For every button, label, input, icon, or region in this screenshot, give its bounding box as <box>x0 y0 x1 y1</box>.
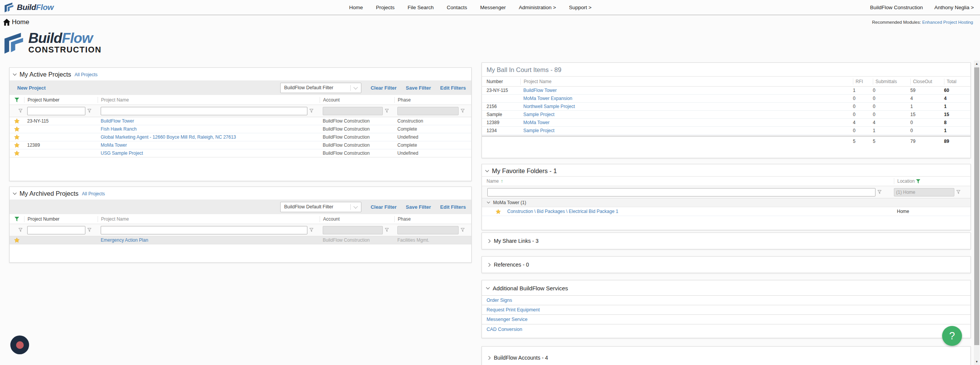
column-header-phase[interactable]: Phase <box>394 216 471 222</box>
column-header-account[interactable]: Account <box>320 97 394 103</box>
filter-funnel-icon[interactable] <box>954 190 962 194</box>
filter-funnel-green-icon[interactable] <box>916 179 920 183</box>
filter-funnel-icon[interactable] <box>16 228 24 232</box>
project-name-link[interactable]: Sample Project <box>523 112 554 117</box>
scrollbar-thumb[interactable] <box>974 67 979 345</box>
filter-funnel-icon[interactable] <box>85 109 93 113</box>
project-name-link[interactable]: USG Sample Project <box>101 151 143 156</box>
clear-filter-link[interactable]: Clear Filter <box>371 85 397 91</box>
project-name-link[interactable]: MoMa Tower Expansion <box>523 96 572 101</box>
buildflow-accounts-card[interactable]: BuildFlow Accounts - 4 <box>482 346 971 365</box>
filter-funnel-icon[interactable] <box>307 228 315 232</box>
references-card[interactable]: References - 0 <box>482 256 971 273</box>
recommended-link[interactable]: Enhanced Project Hosting <box>922 20 973 25</box>
column-header-total[interactable]: Total <box>944 79 970 85</box>
column-header-project-name[interactable]: Project Name <box>520 79 853 85</box>
edit-filters-link[interactable]: Edit Filters <box>440 204 466 210</box>
collapse-chevron-icon[interactable] <box>13 72 17 76</box>
column-header-account[interactable]: Account <box>320 216 394 222</box>
filter-funnel-icon[interactable] <box>383 109 390 113</box>
collapse-chevron-icon[interactable] <box>487 200 490 203</box>
all-projects-link[interactable]: All Projects <box>82 191 105 196</box>
breadcrumb[interactable]: Home <box>3 18 29 26</box>
column-header-phase[interactable]: Phase <box>394 97 471 103</box>
folder-path-link[interactable]: Construction \ Bid Packages \ Electrical… <box>507 209 618 214</box>
nav-item[interactable]: Support > <box>569 5 591 10</box>
favorite-star-icon[interactable] <box>14 118 20 124</box>
project-name-link[interactable]: Global Marketing Agent - 12660 Boyce Mil… <box>101 134 236 140</box>
scroll-down-arrow[interactable]: ▼ <box>974 359 980 365</box>
nav-item[interactable]: Contacts <box>447 5 467 10</box>
service-link[interactable]: CAD Conversion <box>487 327 522 332</box>
save-filter-link[interactable]: Save Filter <box>406 85 431 91</box>
help-button[interactable]: ? <box>942 326 962 346</box>
service-link[interactable]: Messenger Service <box>487 317 528 322</box>
project-number-filter-input[interactable] <box>27 226 85 234</box>
column-header-closeout[interactable]: CloseOut <box>910 79 944 85</box>
new-project-link[interactable]: New Project <box>17 85 46 91</box>
nav-item[interactable]: Home <box>349 5 363 10</box>
share-links-card[interactable]: My Share Links - 3 <box>482 232 971 249</box>
favorite-star-icon[interactable] <box>14 142 20 148</box>
project-name-link[interactable]: MoMa Tower <box>523 120 549 125</box>
project-number-filter-input[interactable] <box>27 107 85 115</box>
nav-user-menu[interactable]: Anthony Neglia > <box>934 5 974 10</box>
nav-company[interactable]: BuildFlow Construction <box>870 5 923 10</box>
project-name-link[interactable]: BuildFlow Tower <box>523 88 557 93</box>
column-header-project-number[interactable]: Project Number <box>24 97 98 103</box>
project-name-link[interactable]: Fish Hawk Ranch <box>101 126 137 132</box>
nav-item[interactable]: Messenger <box>480 5 506 10</box>
filter-funnel-icon[interactable] <box>459 109 466 113</box>
filter-funnel-icon[interactable] <box>85 228 93 232</box>
project-name-link[interactable]: Northwell Sample Project <box>523 104 575 109</box>
nav-item[interactable]: Projects <box>376 5 395 10</box>
filter-funnel-green-icon[interactable] <box>15 98 19 102</box>
project-name-filter-input[interactable] <box>101 107 307 115</box>
nav-item[interactable]: Administration > <box>519 5 556 10</box>
nav-item[interactable]: File Search <box>408 5 434 10</box>
project-name-link[interactable]: BuildFlow Tower <box>101 118 134 124</box>
edit-filters-link[interactable]: Edit Filters <box>440 85 466 91</box>
project-name-link[interactable]: Sample Project <box>523 128 554 133</box>
column-header-number[interactable]: Number <box>482 79 520 84</box>
project-name-link[interactable]: MoMa Tower <box>101 142 127 148</box>
screen-record-button[interactable] <box>10 336 29 354</box>
favorite-star-icon[interactable] <box>496 209 501 214</box>
folder-name-filter-input[interactable] <box>487 188 875 196</box>
column-header-location[interactable]: Location <box>894 178 970 184</box>
clear-filter-link[interactable]: Clear Filter <box>371 204 397 210</box>
column-header-project-number[interactable]: Project Number <box>24 216 98 222</box>
project-name-link[interactable]: Emergency Action Plan <box>101 237 148 243</box>
expand-chevron-icon[interactable] <box>487 239 491 243</box>
filter-funnel-icon[interactable] <box>383 228 390 232</box>
folder-group-row[interactable]: MoMa Tower (1) <box>482 198 970 207</box>
filter-funnel-icon[interactable] <box>307 109 315 113</box>
filter-funnel-green-icon[interactable] <box>15 217 19 221</box>
column-header-project-name[interactable]: Project Name <box>98 97 320 103</box>
service-link[interactable]: Request Print Equipment <box>487 307 540 313</box>
column-header-rfi[interactable]: RFI <box>853 79 873 85</box>
filter-funnel-icon[interactable] <box>459 228 466 232</box>
collapse-chevron-icon[interactable] <box>485 169 489 172</box>
filter-select[interactable]: BuildFlow Default Filter <box>280 83 361 93</box>
column-header-submittals[interactable]: Submittals <box>873 79 910 85</box>
expand-chevron-icon[interactable] <box>487 263 491 267</box>
favorite-star-icon[interactable] <box>14 151 20 156</box>
project-name-filter-input[interactable] <box>101 226 307 234</box>
filter-select[interactable]: BuildFlow Default Filter <box>280 202 361 212</box>
brand-logo[interactable]: BuildFlow <box>4 2 54 13</box>
all-projects-link[interactable]: All Projects <box>75 72 98 77</box>
favorite-star-icon[interactable] <box>14 126 20 132</box>
save-filter-link[interactable]: Save Filter <box>406 204 431 210</box>
filter-funnel-icon[interactable] <box>875 190 883 194</box>
collapse-chevron-icon[interactable] <box>486 286 490 290</box>
favorite-star-icon[interactable] <box>14 237 20 243</box>
filter-funnel-icon[interactable] <box>16 109 24 113</box>
collapse-chevron-icon[interactable] <box>13 191 17 195</box>
vertical-scrollbar[interactable]: ▲ ▼ <box>974 61 980 365</box>
favorite-star-icon[interactable] <box>14 134 20 140</box>
expand-chevron-icon[interactable] <box>487 356 491 360</box>
service-link[interactable]: Order Signs <box>487 298 512 303</box>
scroll-up-arrow[interactable]: ▲ <box>974 61 980 67</box>
column-header-project-name[interactable]: Project Name <box>98 216 320 222</box>
